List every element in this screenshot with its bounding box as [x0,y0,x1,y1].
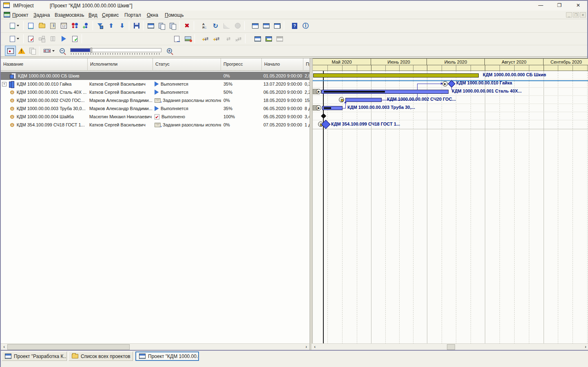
edit-link-button-disabled[interactable] [222,34,233,44]
delete-button[interactable]: ✖ [181,21,192,31]
menu-project[interactable]: Проект [10,11,31,18]
close-button[interactable]: ✕ [573,2,584,9]
table-row[interactable]: ⚙КДМ 354.100.099 СЧ18 ГОСТ 1... Катков С… [1,121,309,129]
column-header-status[interactable]: Статус [153,58,221,71]
about-button[interactable]: ⓘ [300,21,311,31]
paste-report-button[interactable] [167,21,178,31]
milestone-diamond[interactable] [448,80,455,87]
add-link-button[interactable] [200,34,211,44]
summary-bar[interactable] [313,73,479,77]
task-complete-button[interactable] [69,34,80,44]
report-button[interactable] [171,34,182,44]
column-header-duration[interactable]: Пр [303,58,309,71]
timescale-dropdown-button[interactable] [41,46,57,56]
restore-button[interactable]: ❐ [554,2,565,9]
column-header-start[interactable]: Начало [262,58,303,71]
task-decomposition-button[interactable] [36,34,47,44]
tile-vertical-button[interactable] [272,21,283,31]
task-pause-button[interactable] [47,34,58,44]
picture-button[interactable] [182,34,193,44]
table-row[interactable]: +КДМ 1000.00.00.010 Гайка Катков Сергей … [1,80,309,88]
scroll-left-icon[interactable]: ‹ [1,344,7,350]
add-link-list-button[interactable] [211,34,222,44]
taskbar-button-project1[interactable]: Проект "Разработка К... [2,352,67,361]
completed-milestone-diamond[interactable] [321,113,326,119]
new-task-dropdown-button[interactable] [7,34,22,44]
column-header-name[interactable]: Название [1,58,88,71]
menu-link[interactable]: Взаимосвязь [52,11,86,18]
table-row[interactable]: ⚙КДМ 1000.00.00.001 Сталь 40Х ... Катков… [1,88,309,96]
move-up-button[interactable]: ⬆ [106,21,117,31]
resources-window-button[interactable] [263,34,274,44]
doc-green-check-icon [72,36,77,42]
refresh-button[interactable]: ↻ [210,21,221,31]
scroll-right-icon[interactable]: › [583,344,588,350]
pane-splitter[interactable] [309,58,313,350]
mdi-minimize-button[interactable]: _ [566,12,572,18]
mdi-close-button[interactable]: ✕ [580,12,586,18]
zoom-out-button[interactable] [57,46,68,56]
menu-view[interactable]: Вид [86,11,100,18]
filter-button[interactable] [95,21,106,31]
contacts-button[interactable] [47,21,58,31]
preview-button[interactable] [145,21,156,31]
notes-window-button-disabled[interactable] [274,34,285,44]
task-bar[interactable] [321,90,449,94]
taskbar-button-projects-list[interactable]: Список всех проектов [69,352,133,361]
help-book-icon: ? [292,23,297,29]
menu-service[interactable]: Сервис [99,11,121,18]
taskbar-button-project-current[interactable]: Проект "КДМ 1000.00.0... [135,352,199,361]
table-row[interactable]: ⚙КДМ 1000.00.00.003 Труба 30,0... Марков… [1,104,309,113]
page-menu-dropdown-button[interactable] [7,21,22,31]
table-row[interactable]: ⚙КДМ 1000.00.00.002 СЧ20 ГОС... Марков А… [1,96,309,104]
milestone-indicator-icon[interactable] [442,81,448,86]
task-bar[interactable] [322,106,343,110]
task-bar[interactable] [345,98,382,102]
scrollbar-thumb[interactable] [7,344,130,350]
copy-report-button[interactable] [156,21,167,31]
warning-triangle-icon [18,48,25,54]
task-indicator-icon[interactable] [339,97,344,102]
scroll-right-icon[interactable]: › [303,344,309,350]
move-down-button[interactable]: ⬇ [117,21,128,31]
chart-button-disabled[interactable] [221,21,232,31]
add-user-button[interactable] [80,21,91,31]
task-start-button[interactable] [58,34,69,44]
task-indicator-icon[interactable] [316,89,321,94]
task-indicator-icon[interactable] [316,105,321,111]
gantt-view-button[interactable] [5,46,16,56]
gantt-horizontal-scrollbar[interactable]: ‹ › [312,343,588,350]
save-button[interactable] [131,21,142,31]
open-project-button[interactable] [36,21,47,31]
minimize-button[interactable]: — [535,2,546,9]
publish-button-disabled[interactable] [232,21,243,31]
delete-link-button-disabled[interactable] [233,34,244,44]
zoom-slider-handle[interactable] [91,48,92,53]
zoom-in-button[interactable] [164,46,175,56]
details-list-button[interactable] [25,21,36,31]
scrollbar-thumb[interactable] [447,344,455,350]
scroll-left-icon[interactable]: ‹ [312,344,318,350]
mdi-restore-button[interactable]: ❐ [573,12,579,18]
expand-toggle[interactable]: + [2,82,7,86]
help-button[interactable]: ? [289,21,300,31]
menu-windows[interactable]: Окна [144,11,161,18]
zoom-slider[interactable] [70,47,161,55]
tile-horizontal-button[interactable] [261,21,272,31]
table-row[interactable]: КДМ 1000.00.00.000 СБ Шкив 0% 01.05.2020… [1,72,309,80]
tasks-window-button[interactable] [252,34,263,44]
table-row[interactable]: ⚙КДМ 1000.00.00.004 Шайба Масютин Михаил… [1,113,309,121]
cascade-windows-button[interactable] [250,21,261,31]
print-button-disabled[interactable] [27,46,38,56]
menu-portal[interactable]: Портал [122,11,144,18]
users-group-button[interactable] [69,21,80,31]
menu-task[interactable]: Задача [31,11,52,18]
sort-button[interactable]: АЯ↓ [199,21,210,31]
calendar-tasks-button[interactable] [58,21,69,31]
column-header-progress[interactable]: Прогресс [221,58,262,71]
table-horizontal-scrollbar[interactable]: ‹ › [1,343,309,350]
menu-help[interactable]: Помощь [162,11,186,18]
column-header-executors[interactable]: Исполнители [88,58,153,71]
warnings-button[interactable] [16,46,27,56]
task-properties-button[interactable] [25,34,36,44]
